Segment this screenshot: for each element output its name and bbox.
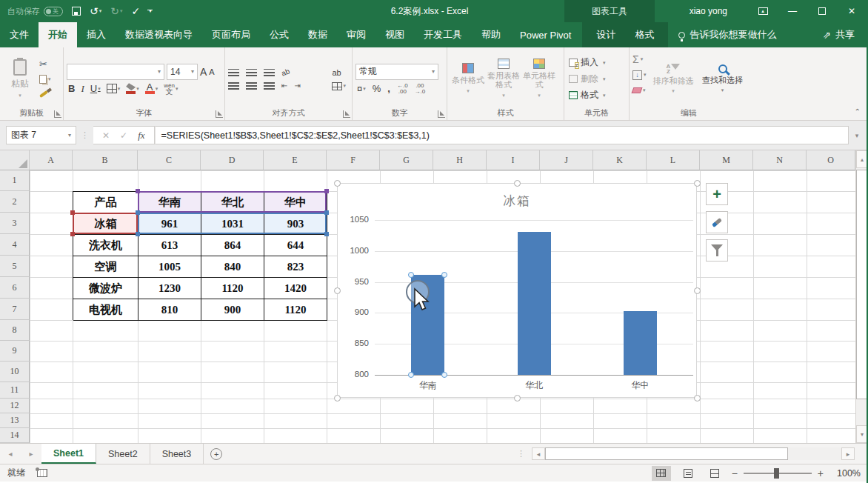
cell-B6[interactable]: 微波炉 [73,278,138,299]
column-header-L[interactable]: L [647,150,700,170]
ribbon-tab-页面布局[interactable]: 页面布局 [202,22,260,47]
selected-bar-handle[interactable] [441,372,447,378]
cell-B7[interactable]: 电视机 [73,299,138,321]
column-header-N[interactable]: N [753,150,807,170]
autosum-button[interactable]: Σ▾ [632,53,647,65]
chart-bar-华中[interactable] [624,311,657,375]
find-select-button[interactable]: 查找和选择 ▾ [700,50,745,107]
h-scroll-thumb[interactable] [545,447,788,460]
alignment-dialog-launcher[interactable] [343,110,350,118]
zoom-slider-thumb[interactable] [774,468,779,479]
column-header-I[interactable]: I [487,150,540,170]
selected-bar-handle[interactable] [441,272,447,278]
ribbon-tab-审阅[interactable]: 审阅 [337,22,375,47]
chart-selection-handle[interactable] [514,395,521,402]
align-top-icon[interactable] [228,69,239,76]
phonetic-guide-button[interactable]: wén文▾ [164,83,178,95]
scroll-up-icon[interactable]: ▴ [856,150,868,168]
category-range-highlight-handle[interactable] [324,189,329,193]
undo-button[interactable]: ↺▾ [90,5,101,17]
paste-button[interactable]: 粘贴 ▾ [3,50,37,107]
copy-button[interactable]: ▾ [39,73,51,85]
cell-D7[interactable]: 900 [201,299,264,321]
chart-bar-华北[interactable] [518,232,551,375]
ribbon-tab-帮助[interactable]: 帮助 [472,22,510,47]
cell-C6[interactable]: 1230 [138,278,201,299]
cell-E2[interactable]: 华中 [264,192,327,213]
column-header-E[interactable]: E [264,150,327,170]
chart-selection-handle[interactable] [514,180,521,187]
zoom-out-button[interactable]: − [732,467,738,479]
font-color-button[interactable]: A▾ [145,83,158,94]
series-name-range-highlight-handle[interactable] [70,210,75,215]
align-left-icon[interactable] [228,82,239,90]
column-header-J[interactable]: J [540,150,593,170]
format-as-table-button[interactable]: 套用表格格式▾ [486,50,521,107]
cell-C5[interactable]: 1005 [138,256,201,278]
chart-selection-handle[interactable] [334,287,341,294]
wrap-text-button[interactable]: ab [332,68,346,77]
cell-C2[interactable]: 华南 [138,192,201,213]
chevron-down-icon[interactable]: ▾ [99,8,102,14]
column-header-K[interactable]: K [593,150,647,170]
expand-formula-bar-icon[interactable]: ▾ [849,132,865,139]
format-painter-button[interactable] [39,88,51,100]
sheet-tab-Sheet2[interactable]: Sheet2 [96,444,150,464]
row-header-5[interactable]: 5 [0,256,30,277]
column-header-G[interactable]: G [380,150,433,170]
row-header-9[interactable]: 9 [0,341,30,362]
sheet-nav-left-icon[interactable]: ◂ [0,444,21,464]
save-icon[interactable] [72,7,81,16]
formula-input[interactable]: =SERIES(Sheet1!$B$3,Sheet1!$C$2:$E$2,She… [155,126,849,144]
borders-button[interactable]: ▾ [107,84,121,93]
row-header-13[interactable]: 13 [0,413,30,428]
tell-me-box[interactable]: 告诉我你想要做什么 [678,22,776,47]
autosave-switch-icon[interactable]: 关 [44,7,63,16]
cell-D5[interactable]: 840 [201,256,264,278]
cell-B3[interactable]: 冰箱 [73,213,138,235]
cell-D4[interactable]: 864 [201,235,264,256]
increase-decimal-button[interactable]: ←.0.00 [397,83,408,95]
delete-cells-button[interactable]: 删除▾ [569,73,624,85]
cell-E4[interactable]: 644 [264,235,327,256]
cell-C4[interactable]: 613 [138,235,201,256]
scroll-left-icon[interactable]: ◂ [532,447,545,460]
row-header-11[interactable]: 11 [0,382,30,399]
ribbon-tab-数据透视表向导[interactable]: 数据透视表向导 [116,22,202,47]
chart-selection-handle[interactable] [694,395,701,402]
cell-C3[interactable]: 961 [138,213,201,235]
cell-E7[interactable]: 1120 [264,299,327,321]
cell-E6[interactable]: 1420 [264,278,327,299]
zoom-in-button[interactable]: + [818,467,824,479]
font-size-combo[interactable]: 14▾ [167,64,198,80]
shrink-font-button[interactable]: A [209,67,214,76]
insert-cells-button[interactable]: 插入▾ [569,56,624,69]
ribbon-tab-插入[interactable]: 插入 [77,22,116,47]
column-header-F[interactable]: F [327,150,380,170]
redo-button[interactable]: ↻▾ [110,5,122,17]
orientation-button[interactable]: ab [280,67,290,77]
new-sheet-button[interactable]: + [204,444,229,464]
increase-indent-icon[interactable]: ⇥ [294,81,300,90]
cell-B5[interactable]: 空调 [73,256,138,278]
row-header-12[interactable]: 12 [0,399,30,413]
chart-filters-button[interactable] [706,239,728,262]
selected-bar-handle[interactable] [408,372,414,378]
horizontal-scrollbar[interactable]: ◂ ▸ [532,447,855,461]
values-range-highlight-handle[interactable] [136,210,140,215]
row-header-2[interactable]: 2 [0,191,30,213]
scroll-right-icon[interactable]: ▸ [841,447,855,460]
worksheet-grid[interactable]: ABCDEFGHIJKLMNO1234567891011121314产品华南华北… [0,150,868,443]
scroll-down-icon[interactable]: ▾ [856,425,868,443]
v-scroll-thumb[interactable] [856,170,868,399]
ribbon-tab-Power Pivot[interactable]: Power Pivot [510,22,581,47]
format-cells-button[interactable]: 格式▾ [569,89,624,101]
category-range-highlight-handle[interactable] [136,189,140,193]
sheet-tab-Sheet3[interactable]: Sheet3 [150,444,204,464]
chart-selection-handle[interactable] [694,287,701,294]
context-tab-格式[interactable]: 格式 [625,22,664,47]
cell-E3[interactable]: 903 [264,213,327,235]
ribbon-tab-文件[interactable]: 文件 [0,22,39,47]
values-range-highlight-handle[interactable] [324,232,329,236]
cell-styles-button[interactable]: 单元格样式▾ [521,50,557,107]
